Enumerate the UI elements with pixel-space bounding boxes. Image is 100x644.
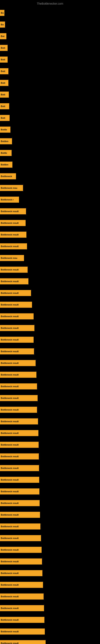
bar-2: Bot — [0, 33, 6, 39]
bar-10: Bottle — [0, 126, 10, 132]
bar-11: Bottlen — [0, 138, 12, 144]
bar-27: Bottleneck result — [0, 325, 34, 331]
bar-row: Bottleneck result — [0, 636, 100, 644]
bar-23: Bottleneck result — [0, 278, 28, 284]
bar-row: Bo — [0, 6, 100, 18]
bars-container: BoBoBotBottBottBottBottBottBottBottBottl… — [0, 6, 100, 644]
bar-row: Bottleneck result — [0, 438, 100, 450]
bar-6: Bott — [0, 80, 8, 86]
bar-row: Bottleneck result — [0, 240, 100, 251]
bar-32: Bottleneck result — [0, 384, 37, 390]
bar-13: Bottlen — [0, 162, 12, 168]
bar-row: Bottleneck result — [0, 543, 100, 555]
bar-row: Bottleneck result — [0, 613, 100, 625]
bar-row: Bottleneck result — [0, 356, 100, 368]
bar-28: Bottleneck result — [0, 337, 34, 343]
bar-30: Bottleneck result — [0, 360, 36, 366]
bar-7: Bott — [0, 92, 9, 98]
bar-row: Bottleneck result — [0, 426, 100, 438]
bar-row: Bottleneck — [0, 170, 100, 181]
bar-15: Bottleneck resu — [0, 185, 23, 191]
bar-25: Bottleneck result — [0, 302, 32, 308]
bar-38: Bottleneck result — [0, 454, 39, 460]
bar-row: Bott — [0, 64, 100, 76]
bar-20: Bottleneck result — [0, 243, 27, 249]
bar-row: Bottleneck result — [0, 380, 100, 391]
bar-row: Bot — [0, 30, 100, 41]
bar-row: Bo — [0, 18, 100, 30]
bar-18: Bottleneck result — [0, 220, 26, 226]
bar-row: Bottleneck result — [0, 578, 100, 590]
bar-36: Bottleneck result — [0, 430, 38, 436]
bar-33: Bottleneck result — [0, 395, 38, 401]
bar-row: Bottleneck result — [0, 228, 100, 240]
bar-8: Bott — [0, 103, 9, 109]
bar-3: Bott — [0, 45, 8, 51]
bar-9: Bott — [0, 115, 10, 121]
bar-29: Bottleneck result — [0, 348, 34, 354]
bar-row: Bott — [0, 88, 100, 100]
bar-row: Bottleneck result — [0, 286, 100, 298]
bar-47: Bottleneck result — [0, 558, 42, 564]
bar-row: Bottleneck result — [0, 333, 100, 344]
bar-row: Bott — [0, 41, 100, 53]
bar-24: Bottleneck result — [0, 290, 31, 296]
bar-row: Bottleneck result — [0, 368, 100, 380]
bar-row: Bottleneck result — [0, 461, 100, 473]
bar-row: Bottlen — [0, 134, 100, 146]
bar-35: Bottleneck result — [0, 418, 38, 424]
bar-row: Bottle — [0, 146, 100, 158]
bar-42: Bottleneck result — [0, 500, 40, 506]
bar-row: Bottleneck result — [0, 403, 100, 414]
bar-37: Bottleneck result — [0, 442, 39, 448]
bar-row: Bottleneck result — [0, 496, 100, 508]
bar-row: Bottle — [0, 123, 100, 134]
bar-row: Bottleneck result — [0, 590, 100, 601]
bar-row: Bottlen — [0, 158, 100, 170]
bar-43: Bottleneck result — [0, 512, 40, 518]
bar-12: Bottle — [0, 150, 12, 156]
bar-row: Bottleneck result — [0, 263, 100, 274]
bar-41: Bottleneck result — [0, 488, 39, 494]
bar-54: Bottleneck result — [0, 640, 46, 644]
bar-row: Bottleneck result — [0, 391, 100, 403]
bar-51: Bottleneck result — [0, 605, 44, 611]
bar-row: Bottleneck result — [0, 601, 100, 613]
bar-17: Bottleneck result — [0, 208, 26, 214]
bar-row: Bottleneck result — [0, 310, 100, 321]
bar-26: Bottleneck result — [0, 313, 34, 320]
bar-row: Bottleneck result — [0, 531, 100, 543]
bar-row: Bottleneck result — [0, 450, 100, 461]
bar-46: Bottleneck result — [0, 547, 42, 553]
bar-48: Bottleneck result — [0, 570, 42, 576]
bar-50: Bottleneck result — [0, 594, 44, 600]
bar-row: Bott — [0, 111, 100, 123]
bar-row: Bottleneck result — [0, 625, 100, 636]
bar-5: Bott — [0, 68, 8, 74]
bar-52: Bottleneck result — [0, 617, 44, 623]
bar-row: Bottleneck result — [0, 484, 100, 496]
bar-row: Bott — [0, 100, 100, 111]
bar-19: Bottleneck result — [0, 232, 26, 238]
bar-row: Bottleneck result — [0, 216, 100, 228]
bar-row: Bottleneck result — [0, 520, 100, 531]
bar-row: Bottleneck result — [0, 508, 100, 520]
bar-row: Bottleneck result — [0, 566, 100, 578]
bar-16: Bottleneck r — [0, 196, 19, 203]
bar-row: Bottleneck result — [0, 204, 100, 216]
bar-row: Bott — [0, 53, 100, 64]
bar-row: Bottleneck resu — [0, 251, 100, 263]
bar-row: Bottleneck result — [0, 321, 100, 333]
bar-21: Bottleneck resu — [0, 255, 24, 261]
bar-39: Bottleneck result — [0, 465, 39, 471]
bar-row: Bottleneck result — [0, 414, 100, 426]
bar-0: Bo — [0, 10, 4, 16]
bar-44: Bottleneck result — [0, 524, 40, 530]
bar-row: Bottleneck result — [0, 555, 100, 566]
bar-row: Bottleneck r — [0, 193, 100, 204]
bar-40: Bottleneck result — [0, 477, 39, 483]
bar-31: Bottleneck result — [0, 372, 36, 378]
bar-53: Bottleneck result — [0, 628, 45, 634]
bar-row: Bottleneck result — [0, 473, 100, 484]
bar-22: Bottleneck result — [0, 267, 28, 273]
